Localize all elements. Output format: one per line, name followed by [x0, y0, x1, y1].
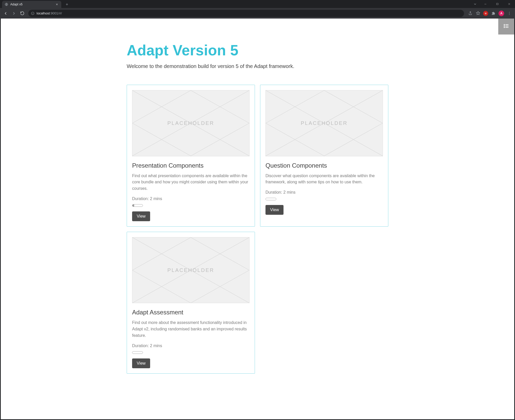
- placeholder-label: PLACEHOLDER: [132, 90, 249, 156]
- list-icon: [503, 23, 510, 30]
- globe-icon: [5, 3, 8, 6]
- reload-button[interactable]: [19, 10, 26, 17]
- tab-title: Adapt v5: [10, 3, 53, 6]
- browser-toolbar: localhost:9001/#/ u A: [0, 8, 515, 19]
- window-maximize-button[interactable]: [491, 0, 503, 8]
- progress-indicator: [132, 351, 143, 354]
- svg-point-3: [509, 12, 510, 12]
- progress-indicator: [132, 204, 143, 207]
- window-controls: [471, 0, 515, 8]
- view-button[interactable]: View: [265, 205, 284, 215]
- course-card: PLACEHOLDER Presentation Components Find…: [127, 85, 255, 227]
- drawer-toggle-button[interactable]: [498, 19, 514, 35]
- page-subtitle: Welcome to the demonstration build for v…: [127, 63, 388, 69]
- toolbar-right: u A: [467, 10, 513, 17]
- tab-strip: Adapt v5: [0, 0, 71, 8]
- card-title: Presentation Components: [132, 162, 250, 169]
- page-container: Adapt Version 5 Welcome to the demonstra…: [122, 19, 393, 389]
- card-duration: Duration: 2 mins: [132, 196, 250, 201]
- url-path: :9001/#/: [50, 11, 62, 15]
- card-placeholder-image: PLACEHOLDER: [132, 237, 250, 303]
- card-title: Adapt Assessment: [132, 309, 250, 316]
- progress-fill: [132, 204, 134, 207]
- view-button[interactable]: View: [132, 358, 150, 368]
- share-icon[interactable]: [467, 10, 474, 17]
- card-duration: Duration: 2 mins: [132, 344, 250, 348]
- course-card: PLACEHOLDER Question Components Discover…: [260, 85, 388, 227]
- new-tab-button[interactable]: [63, 1, 71, 8]
- window-minimize-button[interactable]: [479, 0, 491, 8]
- kebab-menu-icon[interactable]: [506, 10, 513, 17]
- address-bar[interactable]: localhost:9001/#/: [28, 10, 464, 17]
- browser-tab-active[interactable]: Adapt v5: [2, 1, 61, 8]
- card-placeholder-image: PLACEHOLDER: [265, 90, 383, 156]
- back-button[interactable]: [2, 10, 9, 17]
- card-description: Find out what presentation components ar…: [132, 173, 250, 192]
- site-info-icon[interactable]: [31, 12, 35, 15]
- extension-badge[interactable]: u: [483, 11, 488, 16]
- url-host: localhost: [37, 11, 50, 15]
- card-title: Question Components: [265, 162, 383, 169]
- svg-point-6: [504, 24, 504, 25]
- page-title: Adapt Version 5: [127, 42, 388, 59]
- page-viewport: Adapt Version 5 Welcome to the demonstra…: [1, 19, 514, 419]
- svg-point-4: [509, 13, 510, 13]
- chevron-down-icon[interactable]: [471, 0, 479, 8]
- svg-point-5: [509, 14, 510, 15]
- bookmark-icon[interactable]: [474, 10, 482, 17]
- extensions-icon[interactable]: [490, 10, 497, 17]
- close-icon[interactable]: [55, 3, 59, 6]
- card-description: Find out more about the assessment funct…: [132, 320, 250, 339]
- progress-indicator: [265, 198, 276, 200]
- placeholder-label: PLACEHOLDER: [132, 237, 249, 303]
- placeholder-label: PLACEHOLDER: [266, 90, 383, 156]
- card-grid: PLACEHOLDER Presentation Components Find…: [127, 85, 388, 374]
- card-description: Discover what question components are av…: [265, 173, 383, 186]
- url-text: localhost:9001/#/: [37, 11, 62, 15]
- view-button[interactable]: View: [132, 211, 150, 221]
- course-card: PLACEHOLDER Adapt Assessment Find out mo…: [127, 232, 255, 374]
- svg-point-8: [504, 27, 504, 28]
- svg-point-7: [504, 26, 504, 26]
- profile-avatar[interactable]: A: [499, 11, 504, 16]
- window-close-button[interactable]: [503, 0, 515, 8]
- card-duration: Duration: 2 mins: [265, 190, 383, 195]
- forward-button[interactable]: [10, 10, 18, 17]
- card-placeholder-image: PLACEHOLDER: [132, 90, 250, 156]
- svg-rect-1: [496, 3, 498, 5]
- browser-titlebar: Adapt v5: [0, 0, 515, 8]
